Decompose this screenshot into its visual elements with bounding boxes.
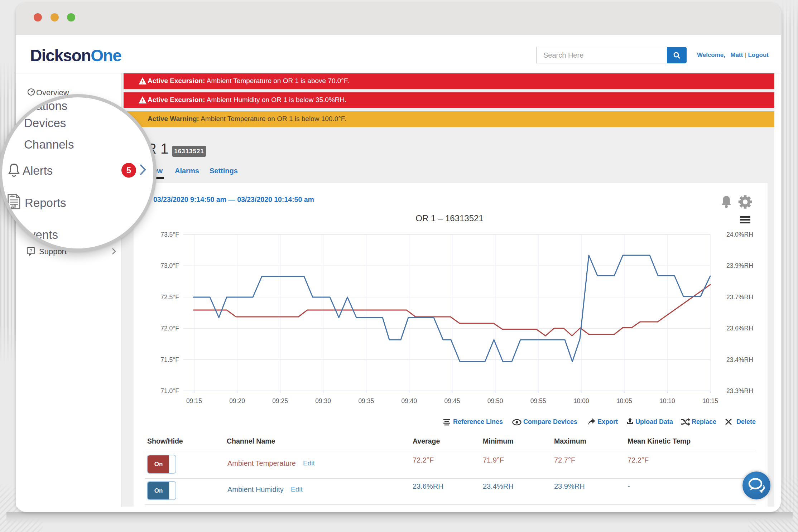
svg-text:72.5°F: 72.5°F [160, 294, 179, 301]
svg-text:24.0%RH: 24.0%RH [726, 231, 753, 238]
svg-text:09:40: 09:40 [402, 397, 417, 405]
svg-text:10:10: 10:10 [659, 397, 675, 405]
svg-text:23.3%RH: 23.3%RH [726, 387, 753, 395]
svg-text:23.7%RH: 23.7%RH [726, 294, 753, 301]
svg-text:71.5°F: 71.5°F [160, 356, 179, 363]
svg-text:09:45: 09:45 [444, 397, 460, 405]
svg-text:23.6%RH: 23.6%RH [726, 325, 753, 332]
svg-text:73.5°F: 73.5°F [160, 231, 179, 238]
svg-text:23.9%RH: 23.9%RH [726, 262, 753, 269]
svg-text:71.0°F: 71.0°F [160, 387, 179, 395]
svg-text:72.0°F: 72.0°F [160, 325, 179, 332]
svg-text:09:30: 09:30 [315, 397, 331, 405]
svg-text:10:05: 10:05 [616, 397, 632, 405]
svg-text:23.4%RH: 23.4%RH [726, 356, 753, 363]
svg-text:09:25: 09:25 [272, 397, 288, 405]
svg-text:10:15: 10:15 [702, 397, 718, 405]
svg-text:09:20: 09:20 [229, 397, 245, 405]
svg-text:?: ? [30, 248, 32, 253]
svg-text:73.0°F: 73.0°F [160, 262, 179, 269]
svg-text:09:50: 09:50 [487, 397, 503, 405]
svg-text:09:35: 09:35 [358, 397, 374, 405]
svg-text:09:55: 09:55 [530, 397, 546, 405]
svg-text:09:15: 09:15 [186, 397, 202, 405]
svg-text:10:00: 10:00 [573, 397, 589, 405]
